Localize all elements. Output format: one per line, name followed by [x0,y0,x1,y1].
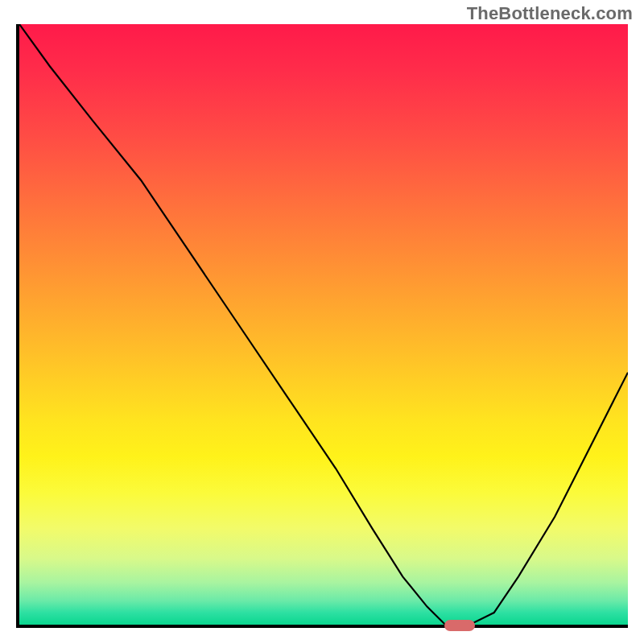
bottleneck-curve [19,24,628,625]
plot-area [16,24,628,628]
curve-svg [19,24,628,625]
watermark-text: TheBottleneck.com [467,3,633,24]
optimal-marker [444,620,475,631]
